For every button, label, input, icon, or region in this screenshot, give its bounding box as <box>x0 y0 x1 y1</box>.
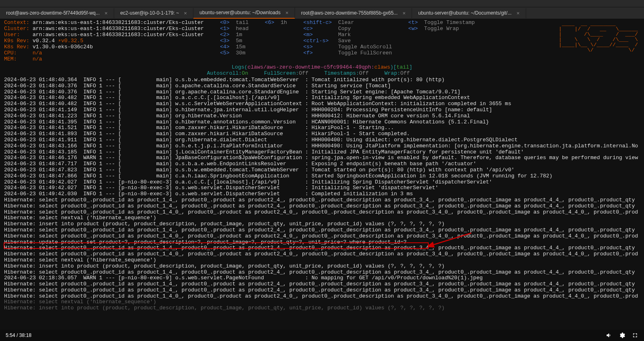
log-line: 2024-06-23 01:49:42.027 INFO 1 --- [p-ni… <box>4 185 640 191</box>
shortcut-key: <1> <box>220 26 233 32</box>
shortcut-label: Toggle Timestamp <box>421 19 475 26</box>
user-label: User: <box>4 32 20 38</box>
log-line: 2024-06-23 01:48:41.521 INFO 1 --- [ mai… <box>4 125 640 131</box>
volume-icon[interactable] <box>606 332 612 339</box>
shortcut-key: <3> <box>220 38 233 44</box>
shortcut-label: 1m <box>233 32 242 38</box>
log-line: Hibernate: select product0_.product_id a… <box>4 281 640 287</box>
video-controls[interactable]: 5:54 / 38:18 <box>0 330 644 341</box>
shortcut-label: 15m <box>233 44 245 50</box>
settings-icon[interactable] <box>619 332 625 339</box>
shortcut-label: Mark <box>335 32 351 38</box>
log-line: Hibernate: select product0_.product_id a… <box>4 251 640 257</box>
shortcut-label: 30m <box>233 50 245 56</box>
close-icon[interactable]: × <box>516 10 520 16</box>
k8srev-label: K8s Rev: <box>4 44 29 50</box>
video-time: 5:54 / 38:18 <box>6 332 31 338</box>
shortcut-label: Copy <box>335 26 351 32</box>
log-line: Hibernate: select product0_.product_id a… <box>4 203 640 209</box>
log-line: 2024-06-23 01:48:43.185 INFO 1 --- [ mai… <box>4 149 640 155</box>
log-line: Hibernate: select product0_.product_id a… <box>4 233 640 240</box>
status-bar: Autoscroll:On FullScreen:Off Timestamps:… <box>4 70 640 76</box>
close-icon[interactable]: × <box>184 10 187 16</box>
tab-4[interactable]: ubuntu-server@ubuntu: ~/Documents/git/..… <box>412 8 526 18</box>
shortcut-key: <shift-c> <box>303 19 335 26</box>
log-output[interactable]: 2024-06-23 01:48:40.364 INFO 1 --- [ mai… <box>4 77 640 311</box>
k9s-logo: ____ __ ________ | |/ / __ \______ | /\_… <box>559 21 638 53</box>
shortcut-key: <6> <box>265 19 278 26</box>
tab-bar: root@aws-zero-downtime-5f7449d95f-wq...×… <box>0 7 644 19</box>
shortcut-label: 1h <box>278 19 287 26</box>
log-line: 2024-06-23 01:48:46.176 WARN 1 --- [ mai… <box>4 155 640 161</box>
tab-2[interactable]: ubuntu-server@ubuntu: ~/Downloads× <box>193 8 295 19</box>
log-line: 2024-06-23 01:48:41.893 INFO 1 --- [ mai… <box>4 131 640 137</box>
log-line: Hibernate: select product0_.product_id a… <box>4 287 640 294</box>
mem-label: MEM: <box>4 56 17 62</box>
window-titlebar <box>0 0 644 7</box>
shortcut-label: Toggle AutoScroll <box>335 44 392 50</box>
log-line: Hibernate: insert into product (product,… <box>4 221 640 227</box>
log-line: 2024-06-23 01:48:41.395 INFO 1 --- [ mai… <box>4 119 640 125</box>
cpu-label: CPU: <box>4 50 17 56</box>
log-line: Hibernate: insert into product (product,… <box>4 263 640 270</box>
fullscreen-icon[interactable] <box>632 332 638 339</box>
log-line: 2024-06-23 02:18:36.057 WARN 1 --- [p-ni… <box>4 275 640 281</box>
log-line: Hibernate: select nextval ('hibernate_se… <box>4 299 640 305</box>
shortcuts-col3: <shift-c> Clear<c> Copy<m> Mark<ctrl-s> … <box>303 19 392 62</box>
shortcut-key: <4> <box>220 44 233 50</box>
shortcuts-col1: <0> tail<1> head<2> 1m<3> 5m<4> 15m<5> 3… <box>220 19 249 62</box>
shortcut-label: Toggle Wrap <box>421 26 459 32</box>
log-line: 2024-06-23 01:49:42.030 INFO 1 --- [p-ni… <box>4 191 640 197</box>
log-line: Hibernate: select product0_.product_id a… <box>4 294 640 300</box>
log-line: Hibernate: select product0_.product_id a… <box>4 197 640 203</box>
log-line: Hibernate: select product0_.product_id a… <box>4 245 640 251</box>
log-line: Hibernate: update product set product=?,… <box>4 240 640 246</box>
shortcut-key: <c> <box>303 26 335 32</box>
shortcut-key: <w> <box>408 26 421 32</box>
log-line: 2024-06-23 01:48:40.482 INFO 1 --- [ mai… <box>4 101 640 107</box>
tab-3[interactable]: root@aws-zero-downtime-755bf885b-gx65...… <box>295 8 412 18</box>
log-line: 2024-06-23 01:48:41.149 INFO 1 --- [ mai… <box>4 107 640 113</box>
shortcut-key: <ctrl-s> <box>303 38 335 44</box>
k9srev-label: K9s Rev: <box>4 38 29 44</box>
shortcut-key: <f> <box>303 50 335 56</box>
shortcut-key: <0> <box>220 19 233 26</box>
shortcut-label: Clear <box>335 19 354 26</box>
shortcut-label: 5m <box>233 38 242 44</box>
log-line: 2024-06-23 01:48:40.482 INFO 1 --- [ mai… <box>4 95 640 101</box>
k9s-header: Context: arn:aws:eks:us-east-1:846338211… <box>4 19 640 62</box>
close-icon[interactable]: × <box>104 10 108 16</box>
context-block: Context: arn:aws:eks:us-east-1:846338211… <box>4 19 204 62</box>
shortcut-key: <2> <box>220 32 233 38</box>
terminal[interactable]: Context: arn:aws:eks:us-east-1:846338211… <box>0 19 644 330</box>
shortcut-label: head <box>233 26 249 32</box>
log-line: 2024-06-23 01:48:47.717 INFO 1 --- [ mai… <box>4 161 640 167</box>
log-line: 2024-06-23 01:48:40.364 INFO 1 --- [ mai… <box>4 77 640 83</box>
log-line: Hibernate: insert into product (product,… <box>4 305 640 311</box>
shortcuts-col2: <6> 1h <box>265 19 287 62</box>
log-line: Hibernate: select nextval ('hibernate_se… <box>4 215 640 221</box>
log-line: 2024-06-23 01:48:47.866 INFO 1 --- [ mai… <box>4 173 640 179</box>
log-line: 2024-06-23 01:48:47.823 INFO 1 --- [ mai… <box>4 167 640 173</box>
ctx-label: Context: <box>4 19 29 26</box>
log-line: Hibernate: select product0_.product_id a… <box>4 209 640 216</box>
tab-1[interactable]: ec2-user@ip-10-0-1-179: ~× <box>114 8 193 18</box>
log-line: Hibernate: select product0_.product_id a… <box>4 227 640 233</box>
log-line: 2024-06-23 01:49:42.027 INFO 1 --- [p-ni… <box>4 179 640 186</box>
shortcut-key: <s> <box>303 44 335 50</box>
shortcut-label: tail <box>233 19 249 26</box>
shortcuts-col4: <t> Toggle Timestamp<w> Toggle Wrap <box>408 19 475 62</box>
shortcut-key: <t> <box>408 19 421 26</box>
close-icon[interactable]: × <box>403 10 406 16</box>
log-line: 2024-06-23 01:48:40.376 INFO 1 --- [ mai… <box>4 89 640 95</box>
tab-0[interactable]: root@aws-zero-downtime-5f7449d95f-wq...× <box>0 8 114 18</box>
log-line: 2024-06-23 01:48:41.223 INFO 1 --- [ mai… <box>4 113 640 119</box>
logs-header: Logs(claws/aws-zero-downtime-c5fc99464-4… <box>4 64 640 70</box>
close-icon[interactable]: × <box>285 10 288 16</box>
log-line: 2024-06-23 01:48:40.376 INFO 1 --- [ mai… <box>4 83 640 89</box>
shortcut-key: <5> <box>220 50 233 56</box>
log-line: Hibernate: select product0_.product_id a… <box>4 270 640 276</box>
shortcut-label: Save <box>335 38 351 44</box>
log-line: Hibernate: select nextval ('hibernate_se… <box>4 257 640 263</box>
shortcut-label: Toggle FullScreen <box>335 50 392 56</box>
